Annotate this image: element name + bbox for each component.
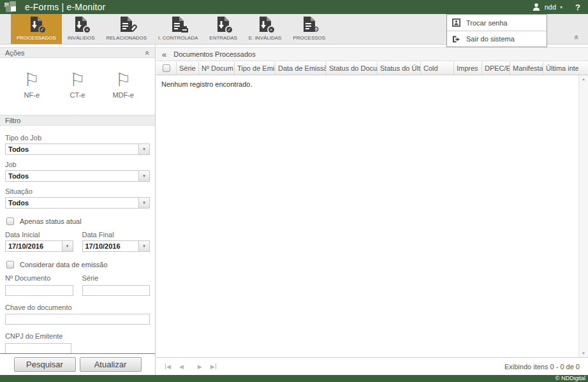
considerar-data-emissao-checkbox[interactable] bbox=[6, 261, 14, 268]
data-inicial-label: Data Inicial bbox=[5, 231, 73, 239]
prev-icon: ◀ bbox=[166, 364, 171, 370]
situacao-select[interactable]: Todos ▾ bbox=[5, 197, 150, 209]
pagination-first-button[interactable]: ◀ bbox=[165, 364, 171, 370]
scroll-up-icon[interactable]: ▲ bbox=[582, 77, 585, 81]
chave-documento-input[interactable] bbox=[5, 314, 150, 325]
document-paperclip-icon bbox=[119, 16, 133, 33]
serie-input[interactable] bbox=[82, 285, 151, 296]
column-header-tipo-emissao[interactable]: Tipo de Emis bbox=[235, 62, 276, 75]
apenas-status-atual-checkbox[interactable] bbox=[6, 217, 14, 225]
actions-title: Ações bbox=[5, 49, 25, 57]
caret-down-icon[interactable]: ▾ bbox=[560, 4, 562, 10]
last-page-icon bbox=[216, 364, 216, 369]
grid-header-corner bbox=[578, 62, 588, 75]
select-all-checkbox[interactable] bbox=[163, 64, 170, 72]
column-header-status-documento[interactable]: Status do Docu bbox=[327, 62, 378, 75]
pagination-prev-button[interactable]: ◀ bbox=[179, 364, 184, 370]
grid-body: Nenhum registro encontrado. bbox=[156, 75, 578, 357]
tab-label: PROCESSOS bbox=[293, 35, 325, 41]
pagination-last-button[interactable]: ▶ bbox=[210, 364, 217, 370]
filter-form: Tipo do Job Todos ▾ Job Todos ▾ Situação… bbox=[0, 126, 155, 373]
help-button[interactable]: ? bbox=[575, 3, 580, 12]
column-header-cold[interactable]: Cold bbox=[421, 62, 454, 75]
menu-item-trocar-senha[interactable]: Trocar senha bbox=[447, 15, 547, 31]
chevron-double-up-icon[interactable]: « bbox=[143, 50, 152, 55]
chave-documento-label: Chave do documento bbox=[5, 304, 150, 311]
scroll-down-icon[interactable]: ▼ bbox=[582, 351, 585, 355]
document-download-x-icon: × bbox=[74, 16, 88, 33]
tab-label: INVÁLIDOS bbox=[68, 35, 95, 41]
atualizar-button[interactable]: Atualizar bbox=[80, 357, 142, 372]
x-badge-icon: × bbox=[83, 26, 91, 34]
serie-label: Série bbox=[82, 274, 151, 282]
tab-label: RELACIONADOS bbox=[106, 35, 147, 41]
action-label: CT-e bbox=[70, 91, 85, 99]
caret-down-icon[interactable]: ▾ bbox=[138, 241, 149, 251]
action-mdfe-button[interactable]: ⚐ MDF-e bbox=[100, 71, 146, 99]
job-value: Todos bbox=[6, 171, 138, 181]
situacao-label: Situação bbox=[5, 187, 150, 195]
job-select[interactable]: Todos ▾ bbox=[5, 170, 150, 182]
situacao-value: Todos bbox=[6, 198, 138, 208]
documents-grid: Série Nº Docum Tipo de Emis Data de Emis… bbox=[156, 62, 588, 357]
apenas-status-atual-checkbox-row[interactable]: Apenas status atual bbox=[5, 217, 150, 225]
copyright: © NDDigital bbox=[555, 375, 585, 381]
panel-header: « Documentos Processados bbox=[156, 47, 588, 61]
job-label: Job bbox=[5, 161, 150, 168]
document-gear-icon: ⚙ bbox=[302, 16, 316, 33]
menu-item-sair-do-sistema[interactable]: Sair do sistema bbox=[447, 31, 547, 47]
grid-header-row: Série Nº Docum Tipo de Emis Data de Emis… bbox=[156, 62, 578, 75]
tipo-do-job-select[interactable]: Todos ▾ bbox=[5, 143, 150, 155]
num-documento-input[interactable] bbox=[5, 285, 73, 296]
column-header-dpec[interactable]: DPEC/E bbox=[482, 62, 510, 75]
app-footer: © NDDigital bbox=[0, 375, 588, 382]
tab-processados[interactable]: ✓ PROCESSADOS bbox=[11, 14, 62, 44]
tab-label: E. INVÁLIDAS bbox=[249, 35, 282, 41]
document-download-check-icon: ✓ bbox=[216, 16, 230, 33]
logout-icon bbox=[452, 35, 460, 43]
tab-i-controlada[interactable]: I. CONTROLADA bbox=[152, 14, 203, 44]
tab-relacionados[interactable]: RELACIONADOS bbox=[100, 14, 152, 44]
column-header-manifestacao[interactable]: Manifesta bbox=[510, 62, 543, 75]
tab-processos[interactable]: ⚙ PROCESSOS bbox=[287, 14, 331, 44]
pagination-next-button[interactable]: ▶ bbox=[198, 364, 202, 370]
caret-down-icon[interactable]: ▾ bbox=[138, 171, 149, 181]
first-page-icon bbox=[165, 364, 166, 369]
check-badge-icon: ✓ bbox=[38, 26, 47, 34]
column-header-data-emissao[interactable]: Data de Emissão bbox=[276, 62, 327, 75]
data-inicial-datepicker[interactable]: 17/10/2016 ▾ bbox=[5, 240, 73, 252]
sidebar-footer: Pesquisar Atualizar bbox=[0, 353, 155, 375]
user-menu-button[interactable]: ndd bbox=[545, 3, 556, 11]
tab-label: PROCESSADOS bbox=[17, 35, 56, 41]
considerar-data-emissao-checkbox-row[interactable]: Considerar data de emissão bbox=[5, 261, 150, 268]
data-final-datepicker[interactable]: 17/10/2016 ▾ bbox=[82, 240, 151, 252]
pesquisar-button[interactable]: Pesquisar bbox=[14, 357, 76, 372]
toolbar-collapse-button[interactable]: « bbox=[575, 31, 579, 43]
num-documento-label: Nº Documento bbox=[5, 274, 73, 282]
caret-down-icon[interactable]: ▾ bbox=[62, 241, 73, 251]
menu-item-label: Trocar senha bbox=[466, 19, 507, 27]
column-header-status-ultimo[interactable]: Status do Últ bbox=[378, 62, 421, 75]
data-final-label: Data Final bbox=[82, 231, 151, 239]
column-header-impresso[interactable]: Impres bbox=[454, 62, 482, 75]
column-header-serie[interactable]: Série bbox=[177, 62, 199, 75]
menu-item-label: Sair do sistema bbox=[466, 35, 515, 43]
user-dropdown-menu: Trocar senha Sair do sistema bbox=[446, 14, 547, 47]
tab-entradas[interactable]: ✓ ENTRADAS bbox=[203, 14, 243, 44]
tab-invalidos[interactable]: × INVÁLIDOS bbox=[62, 14, 101, 44]
cnpj-emitente-input[interactable] bbox=[5, 343, 71, 354]
action-nfe-button[interactable]: ⚐ NF-e bbox=[9, 71, 55, 99]
caret-down-icon[interactable]: ▾ bbox=[138, 198, 149, 208]
action-label: NF-e bbox=[24, 91, 40, 99]
caret-down-icon[interactable]: ▾ bbox=[138, 144, 149, 154]
document-download-x-icon: × bbox=[258, 16, 272, 33]
filter-section-header: Filtro bbox=[0, 115, 155, 126]
vertical-scrollbar[interactable]: ▲ ▼ bbox=[578, 75, 588, 357]
action-label: MDF-e bbox=[112, 91, 134, 99]
column-header-num-documento[interactable]: Nº Docum bbox=[199, 62, 235, 75]
tab-label: I. CONTROLADA bbox=[158, 35, 198, 41]
column-header-ultima-interacao[interactable]: Última interaçã bbox=[543, 62, 578, 75]
tab-e-invalidas[interactable]: × E. INVÁLIDAS bbox=[243, 14, 288, 44]
chevron-double-left-icon[interactable]: « bbox=[162, 50, 166, 59]
action-cte-button[interactable]: ⚐ CT-e bbox=[55, 71, 101, 99]
